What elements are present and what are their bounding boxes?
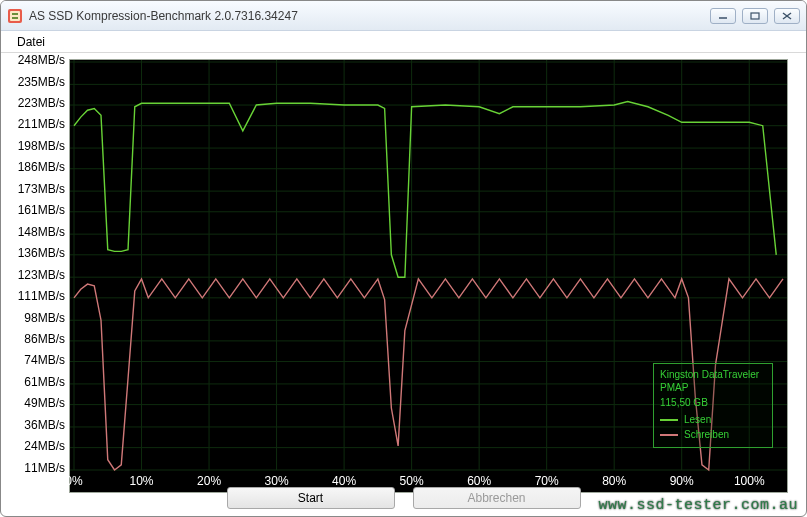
svg-rect-3 <box>12 17 18 19</box>
y-tick-label: 123MB/s <box>7 268 65 282</box>
y-tick-label: 223MB/s <box>7 96 65 110</box>
y-tick-label: 173MB/s <box>7 182 65 196</box>
svg-rect-5 <box>751 13 759 19</box>
cancel-button: Abbrechen <box>413 487 581 509</box>
y-tick-label: 111MB/s <box>7 289 65 303</box>
app-icon <box>7 8 23 24</box>
legend-label-read: Lesen <box>684 413 711 426</box>
y-tick-label: 11MB/s <box>7 461 65 475</box>
y-tick-label: 61MB/s <box>7 375 65 389</box>
legend-swatch-write <box>660 434 678 436</box>
y-tick-label: 49MB/s <box>7 396 65 410</box>
y-tick-label: 186MB/s <box>7 160 65 174</box>
button-row: Start Abbrechen <box>1 484 806 512</box>
maximize-button[interactable] <box>742 8 768 24</box>
start-button[interactable]: Start <box>227 487 395 509</box>
legend-device: Kingston DataTraveler PMAP <box>660 368 766 394</box>
window-title: AS SSD Kompression-Benchmark 2.0.7316.34… <box>29 9 710 23</box>
y-tick-label: 248MB/s <box>7 53 65 67</box>
menubar: Datei <box>1 31 806 53</box>
svg-rect-2 <box>12 13 18 15</box>
y-tick-label: 74MB/s <box>7 353 65 367</box>
legend-row-read: Lesen <box>660 413 766 426</box>
close-button[interactable] <box>774 8 800 24</box>
legend-box: Kingston DataTraveler PMAP 115,50 GB Les… <box>653 363 773 448</box>
legend-label-write: Schreiben <box>684 428 729 441</box>
svg-rect-1 <box>10 11 20 21</box>
app-window: AS SSD Kompression-Benchmark 2.0.7316.34… <box>0 0 807 517</box>
legend-row-write: Schreiben <box>660 428 766 441</box>
window-controls <box>710 8 800 24</box>
y-tick-label: 161MB/s <box>7 203 65 217</box>
menu-file[interactable]: Datei <box>9 33 53 51</box>
legend-swatch-read <box>660 419 678 421</box>
y-tick-label: 198MB/s <box>7 139 65 153</box>
minimize-button[interactable] <box>710 8 736 24</box>
titlebar[interactable]: AS SSD Kompression-Benchmark 2.0.7316.34… <box>1 1 806 31</box>
y-tick-label: 98MB/s <box>7 311 65 325</box>
y-tick-label: 211MB/s <box>7 117 65 131</box>
chart-frame: Kingston DataTraveler PMAP 115,50 GB Les… <box>7 55 800 480</box>
chart-area: Kingston DataTraveler PMAP 115,50 GB Les… <box>7 55 800 480</box>
y-tick-label: 136MB/s <box>7 246 65 260</box>
y-tick-label: 36MB/s <box>7 418 65 432</box>
legend-capacity: 115,50 GB <box>660 396 766 409</box>
y-tick-label: 235MB/s <box>7 75 65 89</box>
y-tick-label: 24MB/s <box>7 439 65 453</box>
plot-background: Kingston DataTraveler PMAP 115,50 GB Les… <box>69 59 788 493</box>
y-tick-label: 148MB/s <box>7 225 65 239</box>
y-tick-label: 86MB/s <box>7 332 65 346</box>
